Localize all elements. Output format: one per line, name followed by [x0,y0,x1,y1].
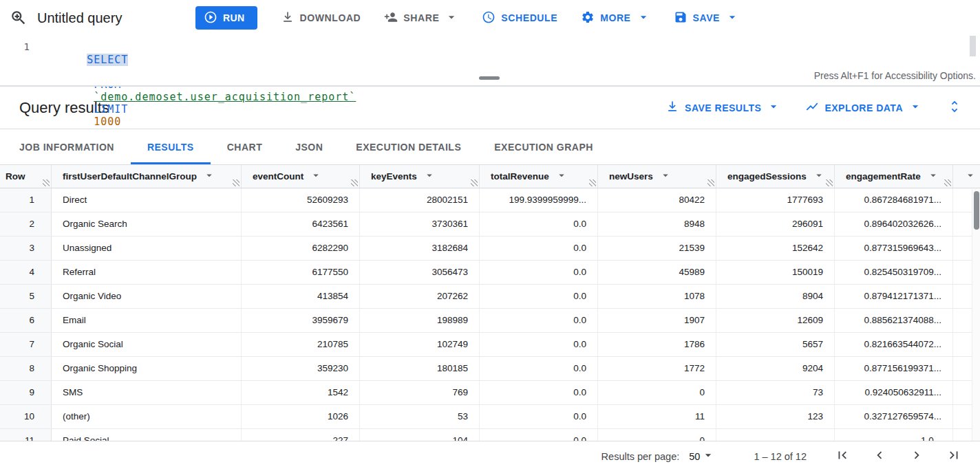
row-number-cell: 4 [0,261,52,284]
column-header-engaged-sessions[interactable]: engagedSessions [716,165,835,188]
cell-engaged-sessions: 9204 [716,357,835,380]
chart-line-icon [805,100,819,116]
column-resize-handle[interactable] [43,179,50,186]
table-row: 1Direct5260929328002151199.9399959999...… [0,188,980,212]
share-button[interactable]: SHARE [384,6,458,30]
sort-menu-icon[interactable] [813,169,825,184]
query-editor-toolbar: Untitled query RUN DOWNLOAD SHARE SCHEDU… [0,0,980,36]
column-label: Row [6,171,25,182]
sort-menu-icon[interactable] [659,169,672,184]
chevron-down-icon [637,10,650,26]
tab-results[interactable]: RESULTS [131,129,211,164]
cell-engaged-sessions: 5657 [716,333,835,356]
table-scrollbar-track[interactable] [972,189,980,441]
sql-table-link[interactable]: `demo.demoset.user_acquisition_report` [94,91,356,103]
cell-engagement-rate: 0.924050632911... [835,381,953,404]
table-scrollbar-thumb[interactable] [974,191,979,230]
cell-key-events: 3182684 [360,237,480,260]
sql-keyword-limit: LIMIT [94,103,128,116]
column-resize-handle[interactable] [826,179,833,186]
cell-channel-group: Organic Social [52,333,242,356]
cell-event-count: 413854 [242,285,360,308]
column-resize-handle[interactable] [233,179,239,186]
cell-new-users: 1907 [598,309,716,332]
save-results-button[interactable]: SAVE RESULTS [665,100,780,116]
sort-menu-icon[interactable] [555,169,568,184]
page-size-select[interactable]: 50 [689,448,715,464]
cell-event-count: 6423561 [242,212,360,236]
column-header-new-users[interactable]: newUsers [598,165,716,188]
cell-key-events: 3730361 [360,212,480,236]
explore-data-button[interactable]: EXPLORE DATA [805,100,922,116]
run-button[interactable]: RUN [195,6,257,30]
results-tab-bar: JOB INFORMATION RESULTS CHART JSON EXECU… [0,129,980,165]
save-results-label: SAVE RESULTS [685,102,761,113]
table-row: 2Organic Search642356137303610.089482960… [0,212,980,237]
column-resize-handle[interactable] [589,179,596,186]
last-page-button[interactable] [946,448,962,465]
sort-menu-icon[interactable] [964,169,977,184]
cell-key-events: 3056473 [360,261,480,284]
column-label: firstUserDefaultChannelGroup [63,171,197,182]
cell-engagement-rate: 0.327127659574... [835,405,953,428]
sort-menu-icon[interactable] [423,169,436,184]
cell-total-revenue: 0.0 [480,261,598,284]
cell-engaged-sessions: 1777693 [716,188,835,212]
cell-key-events: 207262 [360,285,480,308]
table-row: 8Organic Shopping3592301801850.017729204… [0,357,980,381]
cell-engaged-sessions: 150019 [716,261,835,284]
column-label: totalRevenue [491,171,549,182]
column-header-total-revenue[interactable]: totalRevenue [480,165,598,188]
results-actions: SAVE RESULTS EXPLORE DATA [665,99,962,116]
cell-channel-group: Unassigned [52,237,242,260]
table-row: 5Organic Video4138542072620.0107889040.8… [0,285,980,309]
tab-chart[interactable]: CHART [211,129,279,164]
chevron-down-icon [908,100,922,116]
sort-menu-icon[interactable] [310,169,322,184]
bigquery-query-window: Untitled query RUN DOWNLOAD SHARE SCHEDU… [0,0,980,471]
column-header-channel-group[interactable]: firstUserDefaultChannelGroup [52,165,242,188]
cell-total-revenue: 0.0 [480,309,598,332]
column-resize-handle[interactable] [707,179,714,186]
column-header-event-count[interactable]: eventCount [242,165,360,188]
more-button[interactable]: MORE [581,6,650,30]
download-button[interactable]: DOWNLOAD [281,6,361,30]
cell-total-revenue: 0.0 [480,212,598,236]
cell-engagement-rate: 0.867284681971... [835,188,953,212]
cell-channel-group: SMS [52,381,242,404]
sort-menu-icon[interactable] [927,169,939,184]
column-header-row-number[interactable]: Row [0,165,52,188]
column-resize-handle[interactable] [351,179,358,186]
row-number-cell: 9 [0,381,52,404]
pagination-range: 1 – 12 of 12 [754,451,807,462]
sort-menu-icon[interactable] [203,169,215,184]
share-label: SHARE [403,12,439,23]
previous-page-button[interactable] [871,448,888,465]
table-row: 11Paid Social2271040.001.0... [0,429,980,441]
tab-execution-details[interactable]: EXECUTION DETAILS [339,129,478,164]
query-title[interactable]: Untitled query [37,10,179,26]
splitter-drag-handle[interactable] [479,76,500,80]
editor-scrollbar-thumb[interactable] [970,36,976,56]
expand-results-button[interactable] [947,99,962,116]
save-button[interactable]: SAVE [674,6,740,30]
column-label: engagementRate [846,171,921,182]
cell-event-count: 1026 [242,405,360,428]
cell-engagement-rate: 0.885621374088... [835,309,953,332]
results-per-page-label: Results per page: [601,451,680,462]
column-header-overflow[interactable] [953,165,980,188]
column-resize-handle[interactable] [944,179,951,186]
tab-execution-graph[interactable]: EXECUTION GRAPH [478,129,610,164]
column-resize-handle[interactable] [471,179,478,186]
chevron-down-icon [445,10,458,26]
cell-key-events: 769 [360,381,480,404]
column-header-engagement-rate[interactable]: engagementRate [835,165,953,188]
tab-json[interactable]: JSON [279,129,339,164]
sql-code-line[interactable]: SELECT * FROM `demo.demoset.user_acquisi… [45,36,356,67]
next-page-button[interactable] [908,448,925,465]
column-header-key-events[interactable]: keyEvents [360,165,480,188]
schedule-button[interactable]: SCHEDULE [482,6,557,30]
sql-editor[interactable]: 1 SELECT * FROM `demo.demoset.user_acqui… [0,36,980,67]
first-page-button[interactable] [834,448,851,465]
cell-channel-group: (other) [52,405,242,428]
